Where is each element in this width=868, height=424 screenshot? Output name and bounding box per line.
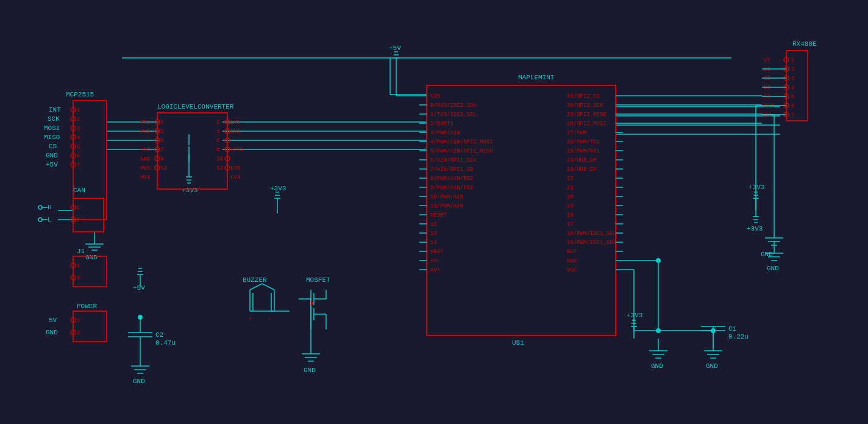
svg-text:5: 5 — [77, 144, 80, 150]
svg-text:11: 11 — [160, 165, 167, 171]
svg-text:20: 20 — [567, 194, 574, 200]
svg-text:28/SPI2_MOSI: 28/SPI2_MOSI — [567, 121, 607, 127]
svg-text:17: 17 — [567, 221, 574, 228]
svg-text:1: 1 — [77, 107, 80, 113]
svg-text:21: 21 — [567, 185, 574, 191]
svg-text:8/PWM/AIN/RX2: 8/PWM/AIN/RX2 — [430, 176, 473, 182]
svg-text:14: 14 — [430, 240, 437, 246]
svg-text:+3V3: +3V3 — [627, 312, 642, 319]
svg-text:GND: GND — [706, 362, 718, 370]
svg-text:27/PWM: 27/PWM — [567, 130, 586, 136]
svg-text:GND: GND — [767, 265, 779, 272]
svg-text:5: 5 — [791, 94, 794, 100]
svg-text:HV3: HV3 — [140, 165, 150, 171]
svg-text:4: 4 — [791, 85, 794, 91]
svg-text:AV-: AV- — [430, 258, 440, 264]
svg-text:31/SPI2_SS: 31/SPI2_SS — [567, 93, 600, 99]
svg-text:3/PWM/AIN: 3/PWM/AIN — [430, 130, 460, 136]
svg-text:7: 7 — [791, 112, 794, 118]
svg-text:L: L — [48, 216, 52, 223]
svg-text:GND: GND — [304, 367, 316, 374]
svg-text:HV1: HV1 — [140, 120, 150, 126]
svg-text:1: 1 — [77, 318, 80, 324]
svg-text:GND: GND — [46, 329, 58, 336]
svg-text:10: 10 — [216, 156, 223, 162]
svg-text:12: 12 — [216, 165, 223, 171]
svg-text:VCC: VCC — [567, 267, 577, 273]
svg-text:2/BOOT1: 2/BOOT1 — [430, 121, 454, 127]
svg-text:LV1: LV1 — [230, 120, 240, 126]
svg-text:24/USB_DM: 24/USB_DM — [567, 157, 597, 163]
svg-text:CAN: CAN — [73, 187, 85, 194]
svg-text:0/RX3/I2C2_SDA: 0/RX3/I2C2_SDA — [430, 102, 477, 109]
svg-point-317 — [656, 258, 661, 263]
svg-text:2: 2 — [76, 217, 79, 223]
svg-text:0.22u: 0.22u — [728, 333, 749, 340]
svg-text:D3: D3 — [764, 66, 770, 73]
svg-text:1: 1 — [160, 120, 163, 126]
svg-text:MCP2515: MCP2515 — [66, 91, 94, 98]
svg-text:+3V3: +3V3 — [230, 147, 244, 153]
svg-text:5/PWM/AIN/SPI1_MISO: 5/PWM/AIN/SPI1_MISO — [430, 148, 493, 154]
svg-text:GND: GND — [567, 258, 577, 264]
svg-text:4: 4 — [216, 129, 219, 135]
svg-text:1: 1 — [76, 205, 79, 211]
svg-text:2: 2 — [77, 275, 80, 281]
svg-text:22: 22 — [567, 176, 574, 182]
svg-text:11/PWM/AIN: 11/PWM/AIN — [430, 203, 463, 209]
svg-text:MAPLEMINI: MAPLEMINI — [518, 74, 554, 81]
svg-text:26/PWM/TX1: 26/PWM/TX1 — [567, 139, 600, 145]
svg-text:25/PWM/RX1: 25/PWM/RX1 — [567, 148, 600, 154]
svg-text:6: 6 — [77, 153, 80, 159]
svg-text:BUZZER: BUZZER — [243, 276, 267, 284]
svg-text:1: 1 — [791, 57, 794, 63]
svg-text:8: 8 — [216, 147, 219, 153]
svg-text:30/SPI2_SCK: 30/SPI2_SCK — [567, 102, 603, 109]
svg-text:LOGICLEVELCONVERTER: LOGICLEVELCONVERTER — [157, 103, 234, 110]
svg-text:GND: GND — [762, 112, 772, 118]
svg-text:10/PWM/AIN: 10/PWM/AIN — [430, 194, 463, 200]
svg-text:GND: GND — [140, 156, 150, 162]
svg-text:C2: C2 — [155, 331, 163, 339]
svg-text:16/PWM/I2C1_SCL: 16/PWM/I2C1_SCL — [567, 231, 616, 237]
svg-text:D1: D1 — [764, 85, 770, 91]
svg-text:18: 18 — [567, 212, 574, 218]
svg-point-312 — [138, 315, 143, 320]
svg-text:12: 12 — [430, 221, 437, 228]
svg-text:6: 6 — [216, 138, 219, 144]
svg-text:MOSFET: MOSFET — [306, 276, 330, 284]
svg-text:VBAT: VBAT — [430, 249, 444, 255]
svg-text:3: 3 — [77, 126, 80, 132]
svg-text:INT: INT — [49, 106, 61, 113]
svg-text:CS: CS — [49, 143, 57, 150]
svg-text:LV4: LV4 — [230, 174, 240, 181]
svg-text:HV4: HV4 — [140, 174, 150, 181]
svg-text:0.47u: 0.47u — [155, 339, 176, 347]
svg-text:VIN: VIN — [430, 93, 440, 99]
svg-text:9/PWM/AIN/TX2: 9/PWM/AIN/TX2 — [430, 185, 473, 191]
svg-text:13: 13 — [430, 231, 437, 237]
svg-text:6/AIN/SPI1_SCK: 6/AIN/SPI1_SCK — [430, 157, 477, 163]
svg-text:RESET: RESET — [430, 212, 447, 218]
svg-text:-: - — [268, 316, 271, 322]
svg-text:GND: GND — [85, 254, 98, 261]
svg-text:GND: GND — [651, 362, 663, 370]
svg-text:LV2: LV2 — [230, 129, 240, 135]
svg-text:2: 2 — [77, 117, 80, 123]
svg-text:7/AIN/SPI1_SS: 7/AIN/SPI1_SS — [430, 167, 473, 173]
svg-text:2: 2 — [77, 330, 80, 336]
svg-text:U$1: U$1 — [512, 339, 524, 347]
svg-text:9: 9 — [160, 156, 163, 162]
svg-text:MISO: MISO — [44, 134, 60, 141]
svg-text:C1: C1 — [728, 325, 737, 332]
svg-text:+5V: +5V — [140, 147, 151, 153]
svg-text:2: 2 — [216, 120, 219, 126]
svg-text:5V: 5V — [49, 317, 57, 324]
svg-text:+: + — [249, 316, 252, 322]
svg-text:+5V: +5V — [389, 45, 401, 52]
svg-text:29/SPI2_MISO: 29/SPI2_MISO — [567, 112, 607, 118]
svg-text:GND: GND — [46, 152, 58, 159]
svg-text:3: 3 — [791, 76, 794, 82]
svg-text:+3V3: +3V3 — [761, 103, 774, 109]
svg-text:4: 4 — [77, 135, 80, 141]
